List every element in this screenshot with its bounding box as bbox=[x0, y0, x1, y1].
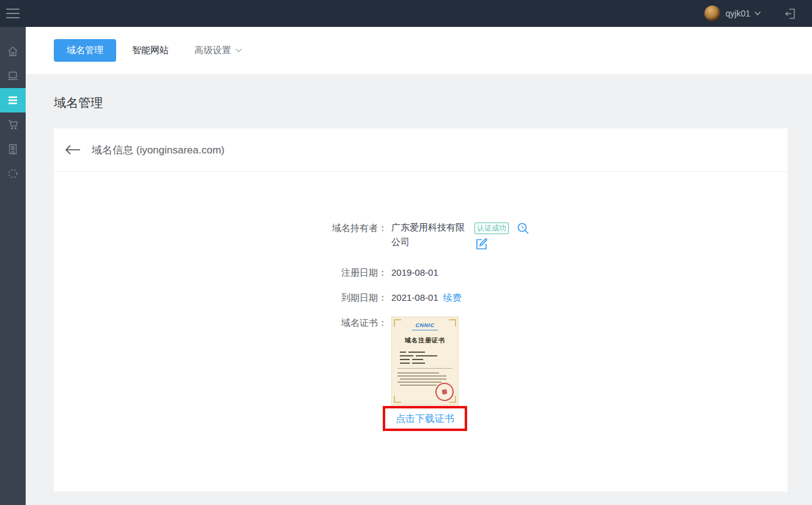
building-icon bbox=[7, 143, 18, 155]
cnnic-logo: CNNIC bbox=[392, 323, 458, 328]
register-date-value: 2019-08-01 bbox=[391, 267, 438, 278]
tab-advanced-settings[interactable]: 高级设置 bbox=[194, 45, 242, 56]
certificate-fields bbox=[400, 352, 458, 364]
download-certificate-link[interactable]: 点击下载证书 bbox=[396, 413, 454, 424]
download-highlight-box: 点击下载证书 bbox=[383, 406, 467, 431]
username[interactable]: qyjk01 bbox=[726, 9, 750, 18]
topbar-user-area: qyjk01 bbox=[704, 6, 797, 21]
tab-bar: 域名管理 智能网站 高级设置 bbox=[26, 27, 812, 74]
back-button[interactable] bbox=[64, 144, 81, 155]
domain-info-panel: 域名信息 (iyonginsarea.com) 域名持有者： 广东爱用科技有限公… bbox=[54, 128, 788, 492]
certificate-thumbnail[interactable]: CNNIC 域名注册证书 bbox=[391, 317, 459, 405]
view-detail-button[interactable] bbox=[517, 222, 530, 235]
certificate-column: CNNIC 域名注册证书 bbox=[391, 317, 467, 431]
expire-date-value: 2021-08-01 bbox=[391, 292, 438, 303]
main-area: 域名管理 智能网站 高级设置 域名管理 域名信息 (iyonginsarea.c… bbox=[26, 27, 812, 505]
chevron-down-icon[interactable] bbox=[754, 11, 761, 16]
cert-corner-ornament bbox=[449, 319, 456, 326]
monitor-icon bbox=[7, 70, 19, 81]
sidebar-item-loader[interactable] bbox=[0, 161, 26, 186]
panel-title: 域名信息 (iyonginsarea.com) bbox=[92, 143, 224, 157]
list-icon bbox=[7, 96, 18, 105]
holder-value-wrap: 广东爱用科技有限公司 认证成功 bbox=[391, 222, 530, 253]
home-icon bbox=[7, 45, 19, 57]
menu-icon[interactable] bbox=[6, 9, 20, 18]
holder-label: 域名持有者： bbox=[330, 222, 387, 253]
tab-advanced-settings-label: 高级设置 bbox=[194, 45, 231, 56]
edit-row bbox=[475, 238, 530, 253]
cert-corner-ornament bbox=[394, 319, 401, 326]
register-date-label: 注册日期： bbox=[330, 267, 387, 278]
expire-date-label: 到期日期： bbox=[330, 292, 387, 303]
topbar: qyjk01 bbox=[0, 0, 812, 27]
edit-holder-button[interactable] bbox=[475, 238, 488, 251]
content-area: 域名管理 域名信息 (iyonginsarea.com) 域名持有者： 广东爱用… bbox=[26, 74, 812, 505]
holder-meta: 认证成功 bbox=[474, 222, 530, 253]
expire-date-row: 到期日期： 2021-08-01 续费 bbox=[330, 292, 788, 303]
renew-link[interactable]: 续费 bbox=[443, 292, 462, 303]
back-arrow-icon bbox=[64, 144, 81, 155]
edit-icon bbox=[475, 238, 488, 251]
tab-smart-site[interactable]: 智能网站 bbox=[132, 45, 169, 56]
loader-icon bbox=[7, 168, 19, 180]
domain-details: 域名持有者： 广东爱用科技有限公司 认证成功 bbox=[54, 172, 788, 431]
certificate-row: 域名证书： CNNIC 域名注册证书 bbox=[330, 317, 788, 431]
tab-domain-management[interactable]: 域名管理 bbox=[54, 39, 116, 62]
sidebar-item-building[interactable] bbox=[0, 137, 26, 161]
sidebar-item-cart[interactable] bbox=[0, 112, 26, 137]
certificate-label: 域名证书： bbox=[330, 317, 387, 431]
panel-header: 域名信息 (iyonginsarea.com) bbox=[54, 128, 788, 172]
logout-icon[interactable] bbox=[784, 7, 797, 20]
cart-icon bbox=[7, 119, 19, 131]
register-date-row: 注册日期： 2019-08-01 bbox=[330, 267, 788, 278]
cnnic-logo-subline bbox=[412, 330, 438, 331]
status-badge: 认证成功 bbox=[474, 223, 509, 234]
holder-value: 广东爱用科技有限公司 bbox=[391, 220, 472, 253]
chevron-down-icon bbox=[235, 48, 242, 53]
certificate-title: 域名注册证书 bbox=[392, 334, 458, 346]
sidebar-item-home[interactable] bbox=[0, 39, 26, 64]
sidebar-item-list[interactable] bbox=[0, 88, 26, 112]
holder-meta-top: 认证成功 bbox=[474, 222, 530, 235]
cert-corner-ornament bbox=[394, 396, 401, 403]
page-title: 域名管理 bbox=[54, 95, 812, 111]
sidebar bbox=[0, 27, 26, 505]
holder-row: 域名持有者： 广东爱用科技有限公司 认证成功 bbox=[330, 222, 788, 253]
sidebar-item-monitor[interactable] bbox=[0, 64, 26, 88]
avatar[interactable] bbox=[704, 6, 720, 21]
magnifier-icon bbox=[517, 222, 530, 235]
